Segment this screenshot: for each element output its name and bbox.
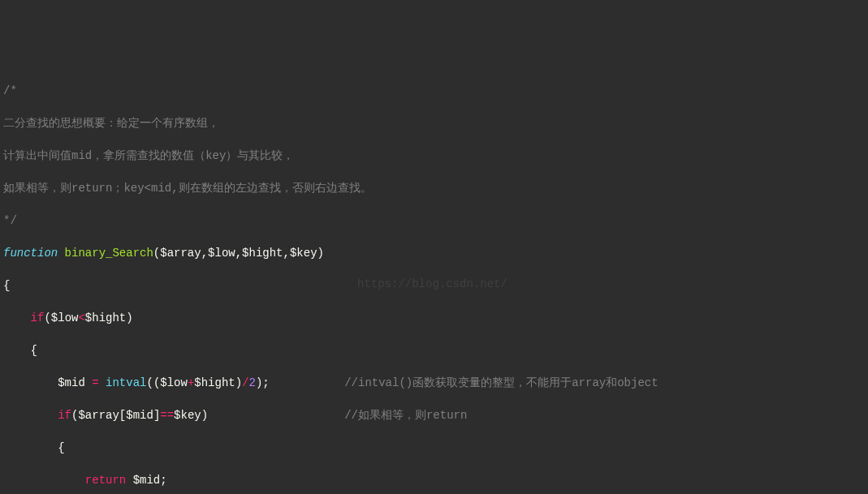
var: $hight xyxy=(194,376,235,389)
assign-line: $mid = intval(($low+$hight)/2); //intval… xyxy=(3,375,865,391)
var: $mid xyxy=(133,474,161,487)
param: $hight xyxy=(242,247,283,260)
comment-text: 如果相等，则return；key<mid,则在数组的左边查找，否则右边查找。 xyxy=(3,182,372,195)
operator: < xyxy=(78,311,84,324)
return-line: return $mid; xyxy=(3,472,865,488)
comma: , xyxy=(283,247,290,260)
comma: , xyxy=(201,247,208,260)
paren: ( xyxy=(146,376,153,389)
operator: == xyxy=(160,409,174,422)
brace-open: { xyxy=(58,441,64,454)
semi: ; xyxy=(262,376,269,389)
paren: ) xyxy=(201,409,208,422)
comment-text: 计算出中间值mid，拿所需查找的数值（key）与其比较， xyxy=(3,149,294,162)
if-keyword: if xyxy=(58,409,71,422)
comment-line: 如果相等，则return；key<mid,则在数组的左边查找，否则右边查找。 xyxy=(3,180,865,196)
brace-open: { xyxy=(3,279,10,292)
comment-line: 二分查找的思想概要：给定一个有序数组， xyxy=(3,115,865,131)
param: $key xyxy=(290,247,317,260)
brace: { xyxy=(3,277,865,294)
if-line: if($array[$mid]==$key) //如果相等，则return xyxy=(3,407,865,423)
func-call: intval xyxy=(106,376,146,389)
paren: ) xyxy=(235,376,242,389)
semi: ; xyxy=(160,474,166,487)
comment-text: 二分查找的思想概要：给定一个有序数组， xyxy=(3,117,219,130)
var: $key xyxy=(174,409,201,422)
bracket: [ xyxy=(119,409,126,422)
operator: / xyxy=(242,376,248,389)
param: $low xyxy=(208,247,235,260)
var: $low xyxy=(51,311,79,324)
paren: ( xyxy=(44,311,50,324)
var: $low xyxy=(160,376,188,389)
number: 2 xyxy=(249,376,256,389)
if-keyword: if xyxy=(31,311,45,324)
function-keyword: function xyxy=(3,247,58,260)
inline-comment: //intval()函数获取变量的整型，不能用于array和object xyxy=(344,376,658,389)
var: $array xyxy=(78,409,119,422)
comment-close: */ xyxy=(3,214,17,227)
var: $hight xyxy=(85,311,126,324)
var: $mid xyxy=(58,376,85,389)
comment-open: /* xyxy=(3,84,17,97)
function-name: binary_Search xyxy=(58,247,153,260)
comment-line: */ xyxy=(3,213,865,229)
function-decl: function binary_Search($array,$low,$high… xyxy=(3,245,865,261)
return-keyword: return xyxy=(85,474,126,487)
var: $mid xyxy=(126,409,153,422)
paren: ( xyxy=(153,247,160,260)
comment-line: 计算出中间值mid，拿所需查找的数值（key）与其比较， xyxy=(3,148,865,164)
paren: ) xyxy=(317,247,324,260)
operator: = xyxy=(92,376,98,389)
comment-line: /* xyxy=(3,83,865,99)
inline-comment: //如果相等，则return xyxy=(344,409,467,422)
brace-open: { xyxy=(31,344,37,357)
paren: ) xyxy=(126,311,132,324)
comma: , xyxy=(235,247,242,260)
brace: { xyxy=(3,342,865,359)
if-line: if($low<$hight) xyxy=(3,310,865,326)
code-block: /* 二分查找的思想概要：给定一个有序数组， 计算出中间值mid，拿所需查找的数… xyxy=(3,67,865,494)
brace: { xyxy=(3,440,865,456)
param: $array xyxy=(160,247,201,260)
